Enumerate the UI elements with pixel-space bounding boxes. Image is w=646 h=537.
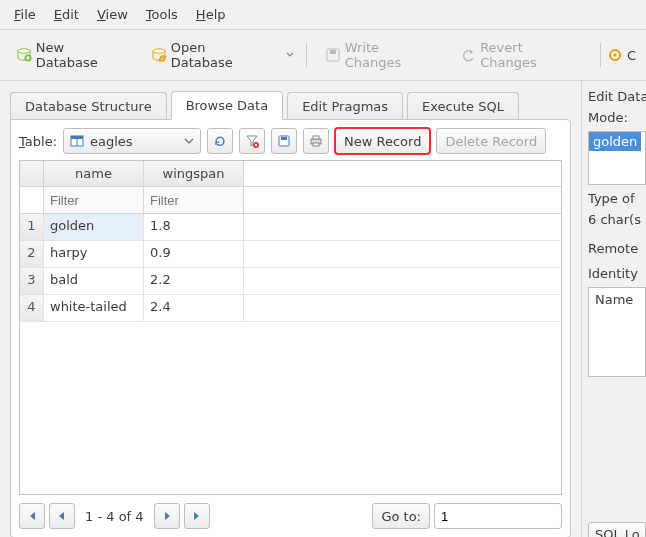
- new-database-button[interactable]: New Database: [10, 36, 135, 74]
- revert-changes-label: Revert Changes: [480, 40, 582, 70]
- remote-label: Remote: [588, 241, 646, 256]
- column-header-wingspan[interactable]: wingspan: [144, 161, 244, 186]
- cell-preview-value: golden: [589, 132, 641, 151]
- new-record-button[interactable]: New Record: [335, 128, 430, 154]
- menu-help[interactable]: Help: [188, 4, 234, 25]
- clear-filters-button[interactable]: [239, 128, 265, 154]
- svg-rect-4: [330, 50, 336, 54]
- print-button[interactable]: [303, 128, 329, 154]
- right-pane: Edit Data Mode: golden Type of 6 char(s …: [581, 81, 646, 537]
- cell-name[interactable]: golden: [44, 214, 144, 240]
- goto-button[interactable]: Go to:: [372, 503, 430, 529]
- column-header-name[interactable]: name: [44, 161, 144, 186]
- rownum-filter: [20, 187, 44, 213]
- table-row[interactable]: 3 bald 2.2: [20, 268, 561, 295]
- cell-name[interactable]: harpy: [44, 241, 144, 267]
- cell-preview[interactable]: golden: [588, 131, 646, 185]
- cell-wingspan[interactable]: 1.8: [144, 214, 244, 240]
- cell-name[interactable]: bald: [44, 268, 144, 294]
- gear-icon[interactable]: [607, 47, 623, 63]
- svg-rect-14: [313, 136, 319, 139]
- pager-range: 1 - 4 of 4: [79, 509, 150, 524]
- svg-rect-12: [281, 137, 287, 140]
- write-changes-label: Write Changes: [345, 40, 439, 70]
- svg-point-0: [18, 49, 30, 53]
- pager-next-button[interactable]: [154, 503, 180, 529]
- tab-execute-sql[interactable]: Execute SQL: [407, 92, 519, 120]
- tabs: Database Structure Browse Data Edit Prag…: [10, 89, 571, 119]
- type-label: Type of: [588, 191, 646, 206]
- delete-record-button: Delete Record: [436, 128, 546, 154]
- toolbar-right-label: C: [627, 48, 636, 63]
- mode-label: Mode:: [588, 110, 646, 125]
- grid-filter-row: [20, 187, 561, 214]
- prev-icon: [56, 510, 68, 522]
- remote-name-box: Name: [588, 287, 646, 377]
- funnel-clear-icon: [245, 134, 259, 148]
- menu-file[interactable]: File: [6, 4, 44, 25]
- pager-last-button[interactable]: [184, 503, 210, 529]
- table-combo[interactable]: eagles: [63, 128, 201, 154]
- grid-header: name wingspan: [20, 161, 561, 187]
- workspace: Database Structure Browse Data Edit Prag…: [0, 81, 646, 537]
- chevron-down-icon: [184, 136, 194, 146]
- cell-name[interactable]: white-tailed: [44, 295, 144, 321]
- left-pane: Database Structure Browse Data Edit Prag…: [0, 81, 581, 537]
- filter-wingspan-input[interactable]: [144, 187, 243, 213]
- pager: 1 - 4 of 4 Go to:: [19, 495, 562, 529]
- pager-prev-button[interactable]: [49, 503, 75, 529]
- table-row[interactable]: 1 golden 1.8: [20, 214, 561, 241]
- svg-point-6: [613, 53, 616, 56]
- table-combo-value: eagles: [90, 134, 133, 149]
- grid-body: 1 golden 1.8 2 harpy 0.9 3 bald 2.2: [20, 214, 561, 494]
- filter-name-input[interactable]: [44, 187, 143, 213]
- svg-point-2: [153, 49, 165, 53]
- toolbar: New Database Open Database Write Changes…: [0, 30, 646, 81]
- save-icon: [277, 134, 291, 148]
- svg-rect-15: [313, 143, 319, 146]
- browse-data-panel: Table: eagles: [10, 119, 571, 537]
- print-icon: [309, 134, 323, 148]
- menu-tools[interactable]: Tools: [138, 4, 186, 25]
- cell-wingspan[interactable]: 2.2: [144, 268, 244, 294]
- last-icon: [191, 510, 203, 522]
- refresh-icon: [213, 134, 227, 148]
- toolbar-separator: [600, 43, 601, 67]
- tab-edit-pragmas[interactable]: Edit Pragmas: [287, 92, 403, 120]
- name-column-label: Name: [595, 292, 633, 307]
- database-new-icon: [16, 47, 32, 63]
- edit-cell-title: Edit Data: [588, 89, 646, 104]
- table-icon: [70, 134, 84, 148]
- rownum-cell: 3: [20, 268, 44, 294]
- write-changes-icon: [325, 47, 341, 63]
- tab-database-structure[interactable]: Database Structure: [10, 92, 167, 120]
- cell-wingspan[interactable]: 2.4: [144, 295, 244, 321]
- revert-changes-button: Revert Changes: [454, 36, 588, 74]
- table-row[interactable]: 2 harpy 0.9: [20, 241, 561, 268]
- pager-first-button[interactable]: [19, 503, 45, 529]
- database-open-icon: [151, 47, 167, 63]
- menu-view[interactable]: View: [89, 4, 136, 25]
- cell-wingspan[interactable]: 0.9: [144, 241, 244, 267]
- table-selector-row: Table: eagles: [19, 128, 562, 154]
- menu-edit[interactable]: Edit: [46, 4, 87, 25]
- rownum-header: [20, 161, 44, 186]
- table-row[interactable]: 4 white-tailed 2.4: [20, 295, 561, 322]
- open-database-label: Open Database: [171, 40, 270, 70]
- rownum-cell: 2: [20, 241, 44, 267]
- rownum-cell: 1: [20, 214, 44, 240]
- save-table-button[interactable]: [271, 128, 297, 154]
- dropdown-icon[interactable]: [286, 48, 294, 62]
- toolbar-separator: [306, 43, 307, 67]
- open-database-button[interactable]: Open Database: [145, 36, 276, 74]
- type-value: 6 char(s: [588, 212, 646, 227]
- tab-browse-data[interactable]: Browse Data: [171, 91, 284, 120]
- next-icon: [161, 510, 173, 522]
- sql-log-button[interactable]: SQL Lo: [588, 522, 646, 537]
- refresh-button[interactable]: [207, 128, 233, 154]
- identity-label: Identity: [588, 266, 646, 281]
- new-database-label: New Database: [36, 40, 129, 70]
- revert-changes-icon: [460, 47, 476, 63]
- goto-input[interactable]: [434, 503, 562, 529]
- table-label: Table:: [19, 134, 57, 149]
